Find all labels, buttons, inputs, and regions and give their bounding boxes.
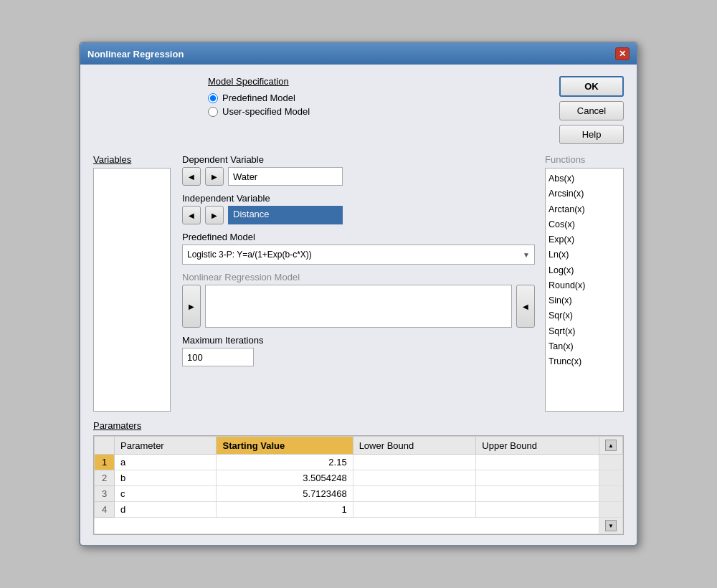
function-item[interactable]: Arctan(x) — [549, 202, 620, 217]
lower-a[interactable] — [353, 455, 476, 470]
row-num-4: 4 — [95, 502, 115, 518]
functions-listbox[interactable]: Abs(x) Arcsin(x) Arctan(x) Cos(x) Exp(x)… — [545, 168, 624, 412]
function-item[interactable]: Cos(x) — [549, 217, 620, 232]
lower-c[interactable] — [353, 486, 476, 502]
param-b[interactable]: b — [115, 470, 217, 486]
title-bar: Nonlinear Regression ✕ — [80, 43, 637, 65]
function-item[interactable]: Arcsin(x) — [549, 186, 620, 201]
function-item[interactable]: Abs(x) — [549, 171, 620, 186]
parameters-table-wrapper: Parameter Starting Value Lower Bound Upp… — [93, 435, 624, 535]
lower-d[interactable] — [353, 502, 476, 518]
right-panel: Functions Abs(x) Arcsin(x) Arctan(x) Cos… — [545, 154, 624, 412]
lower-b[interactable] — [353, 470, 476, 486]
variables-listbox[interactable] — [93, 168, 171, 412]
indep-prev-button[interactable]: ◀ — [182, 206, 201, 224]
formula-prev-button[interactable]: ▶ — [182, 285, 201, 328]
row-num-2: 2 — [95, 470, 115, 486]
nonlinear-model-row: ▶ ◀ — [182, 285, 535, 328]
function-item[interactable]: Ln(x) — [549, 247, 620, 262]
scrollbar-track-2 — [599, 470, 623, 486]
independent-variable-group: Independent Variable ◀ ▶ Distance — [182, 193, 535, 224]
variables-label: Variables — [93, 154, 172, 165]
table-row: 4 d 1 — [95, 502, 623, 518]
col-header-lower-bound[interactable]: Lower Bound — [353, 437, 476, 455]
col-header-num — [95, 437, 115, 455]
parameters-table: Parameter Starting Value Lower Bound Upp… — [94, 436, 623, 534]
predefined-model-dropdown[interactable]: Logistic 3-P: Y=a/(1+Exp(b-c*X)) ▼ — [182, 245, 535, 265]
table-row: 3 c 5.7123468 — [95, 486, 623, 502]
starting-d[interactable]: 1 — [217, 502, 353, 518]
scrollbar-track-1 — [599, 455, 623, 470]
nonlinear-model-section: Nonlinear Regression Model ▶ ◀ — [182, 272, 535, 328]
model-specification: Model Specification Predefined Model Use… — [208, 76, 310, 117]
col-header-upper-bound[interactable]: Upper Bound — [476, 437, 599, 455]
function-item[interactable]: Round(x) — [549, 278, 620, 293]
scrollbar-down-button[interactable]: ▼ — [605, 520, 617, 531]
independent-variable-label: Independent Variable — [182, 193, 535, 204]
col-header-parameter[interactable]: Parameter — [115, 437, 217, 455]
scrollbar-track-3 — [599, 486, 623, 502]
dependent-variable-input[interactable] — [228, 167, 343, 186]
param-c[interactable]: c — [115, 486, 217, 502]
user-specified-model-radio[interactable]: User-specified Model — [208, 106, 310, 117]
parameters-section: Paramaters Parameter Starting Value Lowe… — [93, 420, 624, 535]
col-header-starting-value[interactable]: Starting Value — [217, 437, 353, 455]
parameters-label: Paramaters — [93, 420, 624, 431]
row-num-1: 1 — [95, 455, 115, 470]
table-row: 2 b 3.5054248 — [95, 470, 623, 486]
main-section: Variables Dependent Variable ◀ ▶ — [93, 154, 624, 412]
max-iterations-label: Maximum Iterations — [182, 335, 535, 346]
action-buttons: OK Cancel Help — [559, 76, 624, 144]
dropdown-arrow-icon: ▼ — [523, 251, 530, 259]
function-item[interactable]: Exp(x) — [549, 232, 620, 247]
predefined-model-dropdown-label: Predefined Model — [182, 232, 535, 242]
predefined-model-value: Logistic 3-P: Y=a/(1+Exp(b-c*X)) — [187, 250, 312, 260]
independent-variable-input[interactable]: Distance — [228, 206, 343, 224]
dependent-variable-label: Dependent Variable — [182, 154, 535, 165]
predefined-model-radio[interactable]: Predefined Model — [208, 93, 310, 103]
function-item[interactable]: Sin(x) — [549, 293, 620, 308]
max-iterations-section: Maximum Iterations — [182, 335, 535, 366]
scrollbar-header: ▲ — [599, 437, 623, 455]
functions-label: Functions — [545, 154, 624, 165]
help-button[interactable]: Help — [559, 125, 624, 144]
scrollbar-up-button[interactable]: ▲ — [605, 440, 617, 451]
starting-b[interactable]: 3.5054248 — [217, 470, 353, 486]
predefined-model-group: Predefined Model Logistic 3-P: Y=a/(1+Ex… — [182, 232, 535, 265]
upper-a[interactable] — [476, 455, 599, 470]
indep-next-button[interactable]: ▶ — [205, 206, 224, 224]
function-item[interactable]: Trunc(x) — [549, 354, 620, 369]
upper-d[interactable] — [476, 502, 599, 518]
starting-c[interactable]: 5.7123468 — [217, 486, 353, 502]
dep-prev-button[interactable]: ◀ — [182, 167, 201, 186]
param-a[interactable]: a — [115, 455, 217, 470]
function-item[interactable]: Sqrt(x) — [549, 324, 620, 339]
formula-next-button[interactable]: ◀ — [516, 285, 535, 328]
function-item[interactable]: Sqr(x) — [549, 308, 620, 323]
dep-next-button[interactable]: ▶ — [205, 167, 224, 186]
independent-variable-row: ◀ ▶ Distance — [182, 206, 535, 224]
scrollbar-track-4 — [599, 502, 623, 518]
left-panel: Variables — [93, 154, 172, 412]
dependent-variable-group: Dependent Variable ◀ ▶ — [182, 154, 535, 186]
table-row: 1 a 2.15 — [95, 455, 623, 470]
dialog-body: Model Specification Predefined Model Use… — [80, 65, 637, 545]
top-section: Model Specification Predefined Model Use… — [93, 76, 624, 144]
model-spec-title: Model Specification — [208, 76, 310, 87]
center-panel: Dependent Variable ◀ ▶ Independent Varia… — [182, 154, 535, 366]
formula-textarea[interactable] — [205, 285, 512, 328]
function-item[interactable]: Tan(x) — [549, 339, 620, 354]
upper-b[interactable] — [476, 470, 599, 486]
ok-button[interactable]: OK — [559, 76, 624, 97]
max-iterations-input[interactable] — [182, 348, 254, 366]
user-specified-model-label: User-specified Model — [222, 106, 310, 117]
param-d[interactable]: d — [115, 502, 217, 518]
function-item[interactable]: Log(x) — [549, 263, 620, 278]
cancel-button[interactable]: Cancel — [559, 101, 624, 120]
starting-a[interactable]: 2.15 — [217, 455, 353, 470]
dependent-variable-row: ◀ ▶ — [182, 167, 535, 186]
nonlinear-regression-dialog: Nonlinear Regression ✕ Model Specificati… — [79, 42, 638, 546]
upper-c[interactable] — [476, 486, 599, 502]
nonlinear-model-label: Nonlinear Regression Model — [182, 272, 535, 283]
close-button[interactable]: ✕ — [615, 47, 630, 60]
